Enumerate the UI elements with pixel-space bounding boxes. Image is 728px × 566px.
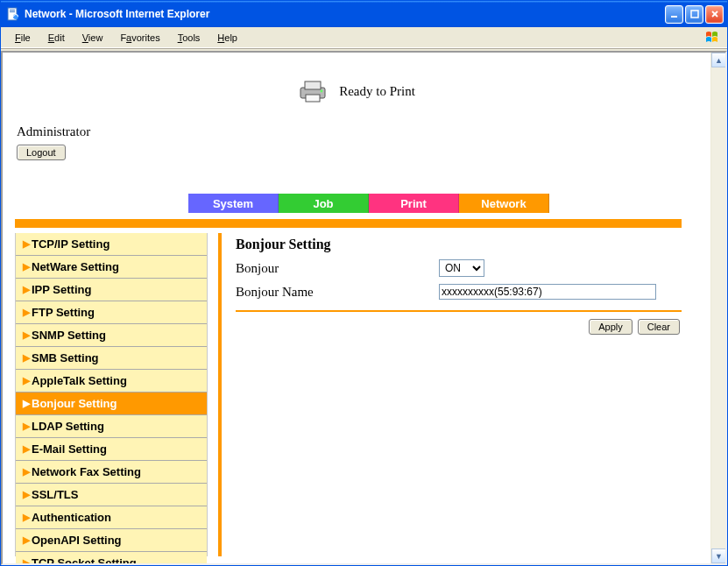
sidebar-item-label: SSL/TLS xyxy=(32,488,78,501)
menu-edit[interactable]: Edit xyxy=(41,31,72,45)
bonjour-name-label: Bonjour Name xyxy=(236,285,439,300)
triangle-right-icon: ▶ xyxy=(23,262,30,272)
sidebar-item-label: SNMP Setting xyxy=(32,329,106,342)
sidebar-item[interactable]: ▶TCP/IP Setting xyxy=(16,233,207,256)
triangle-right-icon: ▶ xyxy=(23,285,30,294)
triangle-right-icon: ▶ xyxy=(23,513,30,522)
triangle-right-icon: ▶ xyxy=(23,421,30,431)
vertical-scrollbar[interactable]: ▲ ▼ xyxy=(710,53,725,563)
menu-view[interactable]: View xyxy=(75,31,110,45)
divider-bar xyxy=(15,219,682,228)
tab-system[interactable]: System xyxy=(188,194,279,213)
printer-icon xyxy=(297,79,329,103)
minimize-button[interactable] xyxy=(665,5,683,24)
row-bonjour-name: Bonjour Name xyxy=(236,284,682,300)
main-row: ▶TCP/IP Setting▶NetWare Setting▶IPP Sett… xyxy=(15,233,682,556)
sidebar-item-label: NetWare Setting xyxy=(32,260,119,273)
svg-rect-1 xyxy=(10,10,15,11)
page: Ready to Print Administrator Logout Syst… xyxy=(3,53,710,164)
sidebar-item[interactable]: ▶LDAP Setting xyxy=(16,415,207,438)
user-role-label: Administrator xyxy=(17,124,706,139)
vertical-divider xyxy=(218,233,222,556)
sidebar-item[interactable]: ▶NetWare Setting xyxy=(16,256,207,279)
sidebar-item-label: TCP Socket Setting xyxy=(32,556,137,563)
status-text: Ready to Print xyxy=(339,84,415,99)
menu-favorites[interactable]: Favorites xyxy=(113,31,166,45)
status-row: Ready to Print xyxy=(6,79,706,103)
sidebar-item-label: E-Mail Setting xyxy=(32,442,107,456)
triangle-right-icon: ▶ xyxy=(23,308,30,317)
triangle-right-icon: ▶ xyxy=(23,239,30,249)
triangle-right-icon: ▶ xyxy=(23,467,30,477)
sidebar-item[interactable]: ▶AppleTalk Setting xyxy=(16,370,207,393)
menu-help[interactable]: Help xyxy=(210,31,244,45)
sidebar-item[interactable]: ▶FTP Setting xyxy=(16,301,207,324)
tab-job[interactable]: Job xyxy=(279,194,369,213)
sidebar-item-label: AppleTalk Setting xyxy=(32,374,127,387)
sidebar-item[interactable]: ▶SSL/TLS xyxy=(16,484,207,506)
logout-button[interactable]: Logout xyxy=(17,145,66,160)
sidebar-item-label: OpenAPI Setting xyxy=(32,534,122,547)
window: Network - Microsoft Internet Explorer Fi… xyxy=(0,0,728,566)
titlebar: Network - Microsoft Internet Explorer xyxy=(1,1,727,27)
sidebar-item-label: Network Fax Setting xyxy=(32,465,141,478)
maximize-button[interactable] xyxy=(685,5,703,24)
svg-point-11 xyxy=(321,90,323,93)
bonjour-label: Bonjour xyxy=(236,261,439,276)
sidebar-item[interactable]: ▶Network Fax Setting xyxy=(16,461,207,484)
triangle-right-icon: ▶ xyxy=(23,330,30,340)
apply-button[interactable]: Apply xyxy=(589,319,633,335)
sidebar-item[interactable]: ▶Bonjour Setting xyxy=(16,393,207,415)
sidebar-item-label: LDAP Setting xyxy=(32,420,104,433)
sidebar-item-label: Bonjour Setting xyxy=(32,397,117,410)
svg-rect-5 xyxy=(691,11,698,18)
sidebar-item[interactable]: ▶SMB Setting xyxy=(16,347,207,370)
scroll-down-button[interactable]: ▼ xyxy=(711,548,726,563)
sidebar-item-label: TCP/IP Setting xyxy=(32,237,110,251)
triangle-right-icon: ▶ xyxy=(23,353,30,363)
sidebar-item[interactable]: ▶TCP Socket Setting xyxy=(16,552,207,563)
svg-rect-2 xyxy=(10,11,15,12)
svg-rect-4 xyxy=(671,16,677,18)
row-bonjour: Bonjour ONOFF xyxy=(236,259,682,277)
tab-print[interactable]: Print xyxy=(369,194,459,213)
sidebar-item-label: Authentication xyxy=(32,511,111,524)
svg-rect-10 xyxy=(306,95,320,102)
triangle-right-icon: ▶ xyxy=(23,558,30,563)
triangle-right-icon: ▶ xyxy=(23,490,30,499)
sidebar-item[interactable]: ▶IPP Setting xyxy=(16,279,207,301)
clear-button[interactable]: Clear xyxy=(638,319,680,335)
sidebar-item[interactable]: ▶E-Mail Setting xyxy=(16,438,207,461)
top-tabs: System Job Print Network xyxy=(188,194,549,213)
window-controls xyxy=(665,5,724,24)
menubar: File Edit View Favorites Tools Help xyxy=(1,27,727,48)
sidebar-item[interactable]: ▶SNMP Setting xyxy=(16,324,207,347)
ie-page-icon xyxy=(6,7,20,21)
triangle-right-icon: ▶ xyxy=(23,535,30,545)
tab-network[interactable]: Network xyxy=(459,194,549,213)
triangle-right-icon: ▶ xyxy=(23,444,30,454)
content-area: Ready to Print Administrator Logout Syst… xyxy=(1,51,727,565)
menu-file[interactable]: File xyxy=(8,31,38,45)
svg-rect-9 xyxy=(305,81,321,89)
button-row: Apply Clear xyxy=(236,319,682,335)
detail-panel: Bonjour Setting Bonjour ONOFF Bonjour Na… xyxy=(236,233,682,556)
scroll-track[interactable] xyxy=(711,67,725,548)
bonjour-select[interactable]: ONOFF xyxy=(439,259,484,277)
window-title: Network - Microsoft Internet Explorer xyxy=(25,8,665,20)
sidebar-item[interactable]: ▶Authentication xyxy=(16,506,207,529)
windows-logo-icon xyxy=(704,30,720,46)
bonjour-name-input[interactable] xyxy=(439,284,656,300)
sidebar: ▶TCP/IP Setting▶NetWare Setting▶IPP Sett… xyxy=(15,233,208,556)
triangle-right-icon: ▶ xyxy=(23,376,30,386)
sidebar-item[interactable]: ▶OpenAPI Setting xyxy=(16,529,207,552)
sidebar-item-label: IPP Setting xyxy=(32,283,91,296)
menu-tools[interactable]: Tools xyxy=(171,31,208,45)
detail-divider xyxy=(236,310,682,312)
triangle-right-icon: ▶ xyxy=(23,399,30,408)
detail-heading: Bonjour Setting xyxy=(236,237,682,252)
sidebar-item-label: SMB Setting xyxy=(32,351,99,364)
scroll-up-button[interactable]: ▲ xyxy=(711,53,726,67)
sidebar-item-label: FTP Setting xyxy=(32,306,95,319)
close-button[interactable] xyxy=(705,5,724,24)
